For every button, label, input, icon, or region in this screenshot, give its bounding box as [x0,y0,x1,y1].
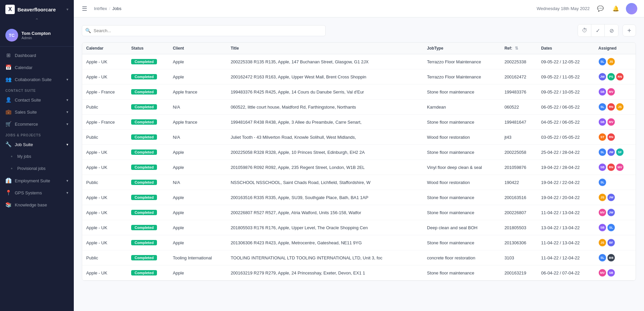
table-row[interactable]: Apple - UK Completed Apple 200225058 R32… [82,145,636,160]
cell-calendar: Apple - UK [82,145,127,160]
sidebar-item-label: Knowledge base [15,202,47,207]
contact-icon: 👤 [5,97,11,103]
cell-client: Apple france [169,115,226,130]
dashboard-icon: ⊞ [5,52,11,58]
sidebar-item-gps-systems[interactable]: 📍 GPS Systems ▾ [0,187,74,199]
cell-dates: 04-05-22 / 06-05-22 [537,115,594,130]
table-row[interactable]: Public Completed N/A Juliet Tooth - 43 M… [82,130,636,145]
chat-icon-button[interactable]: 💬 [595,3,606,14]
cell-jobtype: Terrazzo Floor Maintenance [423,69,500,84]
assigned-avatar: SB [598,163,606,171]
assigned-avatar: SL [598,178,606,186]
assigned-avatar: PS [607,73,615,81]
table-row[interactable]: Public Completed N/A 060522, little cour… [82,100,636,115]
cell-title: 200163516 R335 R335, Apple, SU39, Southg… [227,190,423,205]
cell-ref: jt43 [500,130,537,145]
cell-jobtype: Karndean [423,100,500,115]
table-row[interactable]: Apple - France Completed Apple france 19… [82,115,636,130]
chevron-down-icon: ▾ [66,110,68,114]
sidebar-item-employment-suite[interactable]: 👔 Employment Suite ▾ [0,175,74,187]
sidebar-item-sales-suite[interactable]: 💼 Sales Suite ▾ [0,106,74,118]
cell-client: Apple france [169,84,226,100]
table-row[interactable]: Apple - UK Completed Apple 200163219 R27… [82,265,636,281]
cell-title: 200225338 R135 R135, Apple, 147 Buchanan… [227,54,423,69]
logo-icon: X [5,5,15,14]
sidebar-item-dashboard[interactable]: ⊞ Dashboard [0,49,74,61]
cell-ref: 201805503 [500,220,537,235]
sidebar-logo[interactable]: X Beaverfloorcare [5,5,56,14]
cell-title: NSSCHOOL NSSCHOOL, Saint Chads Road, Lic… [227,175,423,190]
user-role: Admin [21,36,51,40]
table-row[interactable]: Apple - France Completed Apple france 19… [82,84,636,100]
cell-assigned: SL [594,175,636,190]
sidebar-item-collaboration-suite[interactable]: 👥 Collaboration Suite ▾ [0,73,74,85]
sidebar-item-knowledge-base[interactable]: 📚 Knowledge base [0,199,74,211]
cell-client: Apple [169,220,226,235]
notification-icon-button[interactable]: 🔔 [610,3,621,14]
table-row[interactable]: Public Completed Tooling International T… [82,250,636,265]
sidebar: X Beaverfloorcare ▾ ⌃ TC Tom Compton Adm… [0,0,74,311]
status-badge: Completed [131,149,157,155]
topbar: ☰ Intrflex / Jobs Wednesday 18th May 202… [74,0,644,17]
menu-button[interactable]: ☰ [80,4,89,14]
section-label-contact: CONTACT SUITE [0,85,74,94]
cell-calendar: Apple - UK [82,190,127,205]
assigned-avatar: MV [598,208,606,216]
add-button[interactable]: + [623,24,636,37]
user-profile[interactable]: TC Tom Compton Admin [0,25,74,47]
search-input[interactable] [82,25,326,36]
sidebar-item-calendar[interactable]: 📅 Calendar [0,61,74,73]
topbar-icons: 💬 🔔 [595,3,637,14]
table-row[interactable]: Apple - UK Completed Apple 201805503 R17… [82,220,636,235]
sidebar-item-contact-suite[interactable]: 👤 Contact Suite ▾ [0,94,74,106]
company-name: Beaverfloorcare [17,7,56,12]
assigned-avatar: SB [598,118,606,126]
chevron-down-icon: ▾ [66,98,68,102]
jobs-table: Calendar Status Client Title JobType Ref… [82,42,636,281]
cell-title: 200163219 R279 R279, Apple, 24 Princessh… [227,265,423,281]
cell-client: Apple [169,54,226,69]
cell-ref: 060522 [500,100,537,115]
table-row[interactable]: Apple - UK Completed Apple 201306306 R42… [82,235,636,250]
cell-assigned: STRN [594,130,636,145]
assigned-avatar: JS [616,103,624,111]
collapse-button[interactable]: ⌃ [0,17,74,25]
cell-calendar: Apple - France [82,84,127,100]
breadcrumb-parent[interactable]: Intrflex [94,6,107,11]
table-row[interactable]: Public Completed N/A NSSCHOOL NSSCHOOL, … [82,175,636,190]
timer-filter-button[interactable]: ⏱ [578,24,591,37]
assigned-avatar: SB [598,224,606,232]
cell-client: Apple [169,205,226,220]
table-row[interactable]: Apple - UK Completed Apple 200226807 R52… [82,205,636,220]
cell-ref: 190422 [500,175,537,190]
sidebar-item-provisional-jobs[interactable]: Provisional jobs [0,163,74,175]
sidebar-item-job-suite[interactable]: 🔧 Job Suite ▾ [0,138,74,150]
table-row[interactable]: Apple - UK Completed Apple 200162472 R16… [82,69,636,84]
chevron-down-icon[interactable]: ▾ [66,7,68,12]
assigned-avatar: SB [607,269,615,277]
col-ref: Ref: ⇅ [500,43,537,54]
cell-dates: 25-04-22 / 28-04-22 [537,145,594,160]
sidebar-item-ecommerce[interactable]: 🛒 Ecommerce ▾ [0,118,74,130]
sidebar-item-label: Employment Suite [15,178,50,183]
cell-ref: 200163219 [500,265,537,281]
table-row[interactable]: Apple - UK Completed Apple 200163516 R33… [82,190,636,205]
table-row[interactable]: Apple - UK Completed Apple 200225338 R13… [82,54,636,69]
cell-calendar: Apple - UK [82,220,127,235]
cell-client: Apple [169,190,226,205]
cell-jobtype: Stone floor maintenance [423,145,500,160]
employment-icon: 👔 [5,178,11,184]
sidebar-item-label: My jobs [17,154,31,159]
cell-calendar: Apple - UK [82,69,127,84]
cell-client: Apple [169,145,226,160]
sidebar-item-label: Dashboard [15,53,36,58]
cell-jobtype: Vinyl floor deep clean & seal [423,160,500,175]
sidebar-item-my-jobs[interactable]: My jobs [0,150,74,163]
table-row[interactable]: Apple - UK Completed Apple 201059876 R09… [82,160,636,175]
breadcrumb: Intrflex / Jobs [94,6,121,11]
cancel-filter-button[interactable]: ⊘ [605,24,618,37]
status-badge: Completed [131,59,157,64]
check-filter-button[interactable]: ✓ [591,24,605,37]
user-avatar-button[interactable] [626,3,637,14]
cell-assigned: SBMV [594,84,636,100]
